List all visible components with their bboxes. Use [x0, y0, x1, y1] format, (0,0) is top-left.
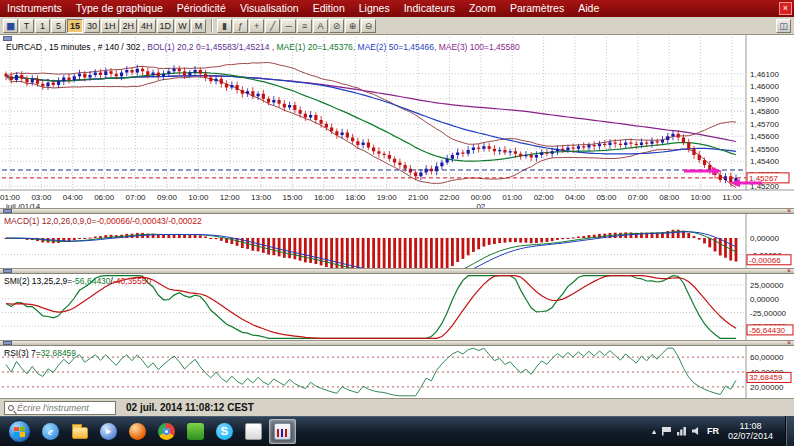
svg-text:20,00000: 20,00000 [750, 383, 784, 392]
panel-close-icon[interactable]: × [787, 339, 791, 347]
media-player-icon: ▸ [100, 423, 117, 440]
action-center-icon[interactable] [662, 427, 671, 436]
panel-close-icon[interactable]: × [787, 267, 791, 275]
panel-close-icon[interactable]: × [787, 207, 791, 215]
toolbar-horizontal-line-tool-button[interactable]: ─ [281, 19, 296, 33]
toolbar-chart-type-candlestick-button[interactable]: ▮ [217, 19, 232, 33]
svg-text:1,46100: 1,46100 [750, 70, 779, 79]
trading-app-icon [274, 423, 291, 440]
period-t-button[interactable]: T [19, 19, 34, 33]
taskbar-clock[interactable]: 11:08 02/07/2014 [725, 421, 776, 441]
svg-text:0,00000: 0,00000 [750, 295, 779, 304]
menu-type-de-graphique[interactable]: Type de graphique [69, 0, 170, 17]
menu-bar: InstrumentsType de graphiquePériodicitéV… [0, 0, 794, 17]
clock-date: 02/07/2014 [728, 431, 773, 441]
menu-instruments[interactable]: Instruments [0, 0, 69, 17]
svg-text:06:00: 06:00 [94, 193, 115, 202]
instrument-search-input[interactable] [17, 403, 109, 413]
chart-panel-menu-icon[interactable] [3, 36, 12, 41]
taskbar-office-button[interactable] [182, 419, 209, 444]
title-part: RSI(3) 7= [4, 348, 41, 358]
window-close-button[interactable]: × [779, 2, 792, 15]
period-2h-button[interactable]: 2H [120, 19, 138, 33]
taskbar-explorer-button[interactable] [66, 419, 93, 444]
instrument-search[interactable] [4, 401, 116, 415]
svg-text:01:00: 01:00 [0, 193, 21, 202]
tray-expand-icon[interactable]: ▴ [652, 427, 656, 436]
taskbar-notepad-button[interactable] [240, 419, 267, 444]
workspace-layout-button[interactable]: ◫ [776, 19, 791, 33]
panel-splitter[interactable]: × [0, 340, 794, 346]
volume-icon[interactable] [692, 427, 701, 436]
panel-splitter[interactable]: × [0, 268, 794, 274]
language-indicator[interactable]: FR [707, 426, 719, 436]
svg-text:21:00: 21:00 [408, 193, 429, 202]
title-part: EURCAD , 15 minutes , # 140 / 302 , [6, 42, 147, 52]
splitter-handle-icon[interactable] [3, 269, 12, 273]
svg-text:32,68459: 32,68459 [749, 373, 783, 382]
svg-text:08:00: 08:00 [659, 193, 680, 202]
menu-param-tres[interactable]: Paramètres [503, 0, 571, 17]
chrome-icon [158, 423, 175, 440]
splitter-handle-icon[interactable] [3, 341, 12, 345]
start-button[interactable] [8, 420, 31, 443]
taskbar-chrome-button[interactable] [153, 419, 180, 444]
rsi-panel[interactable]: 60,0000040,0000020,0000032,68459 [0, 346, 794, 398]
toolbar-eraser-tool-button[interactable]: ⊘ [329, 19, 344, 33]
menu-visualisation[interactable]: Visualisation [233, 0, 306, 17]
toolbar-zoom-out-button[interactable]: ⊖ [361, 19, 376, 33]
period-30-button[interactable]: 30 [84, 19, 100, 33]
period-w-button[interactable]: W [175, 19, 190, 33]
show-desktop-button[interactable] [785, 416, 794, 446]
svg-text:1,45800: 1,45800 [750, 107, 779, 116]
windows-taskbar: e▸S ▴ FR 11:08 02/07/2014 [0, 416, 794, 446]
menu-zoom[interactable]: Zoom [462, 0, 503, 17]
svg-text:1,45600: 1,45600 [750, 132, 779, 141]
toolbar-zoom-in-button[interactable]: ⊕ [345, 19, 360, 33]
svg-text:22:00: 22:00 [439, 193, 460, 202]
taskbar-media-player-button[interactable]: ▸ [95, 419, 122, 444]
toolbar-cross-cursor-button[interactable]: + [249, 19, 264, 33]
search-icon [8, 405, 14, 411]
network-icon[interactable] [677, 427, 686, 436]
toolbar-indicators-menu-button[interactable]: ƒ [233, 19, 248, 33]
period-m-button[interactable]: M [191, 19, 206, 33]
windows-logo-icon [14, 427, 25, 437]
period-5-button[interactable]: 5 [51, 19, 66, 33]
menu-lignes[interactable]: Lignes [352, 0, 397, 17]
taskbar-skype-button[interactable]: S [211, 419, 238, 444]
toolbar-text-tool-button[interactable]: A [313, 19, 328, 33]
splitter-handle-icon[interactable] [3, 209, 12, 213]
taskbar-internet-explorer-button[interactable]: e [37, 419, 64, 444]
period-15-button[interactable]: 15 [67, 19, 83, 33]
title-part: SMI(2) 13,25,2,9= [4, 276, 72, 286]
period-1d-button[interactable]: 1D [157, 19, 175, 33]
taskbar-firefox-button[interactable] [124, 419, 151, 444]
svg-text:18:00: 18:00 [345, 193, 366, 202]
toolbar-fibonacci-tool-button[interactable]: ≡ [297, 19, 312, 33]
svg-text:0,00000: 0,00000 [750, 234, 779, 243]
title-part: MAE(3) 100=1,45580 [439, 42, 520, 52]
period-4h-button[interactable]: 4H [138, 19, 156, 33]
period-1-button[interactable]: 1 [35, 19, 50, 33]
menu-indicateurs[interactable]: Indicateurs [397, 0, 462, 17]
svg-text:-25,00000: -25,00000 [750, 309, 787, 318]
toolbar-trend-line-tool-button[interactable]: ╱ [265, 19, 280, 33]
menu-aide[interactable]: Aide [571, 0, 606, 17]
title-part: MAE(1) 20=1,45376, [277, 42, 358, 52]
svg-text:01:00: 01:00 [502, 193, 523, 202]
menu-edition[interactable]: Edition [306, 0, 352, 17]
system-tray: ▴ FR 11:08 02/07/2014 [652, 416, 794, 446]
layout-grid-button[interactable]: ▦ [3, 19, 18, 33]
panel-splitter[interactable]: × [0, 208, 794, 214]
svg-text:15:00: 15:00 [283, 193, 304, 202]
svg-text:10:00: 10:00 [691, 193, 712, 202]
price-chart-panel[interactable]: 01:0003:0004:0006:0007:0009:0010:0012:00… [0, 35, 794, 208]
svg-text:16:00: 16:00 [314, 193, 335, 202]
taskbar-trading-app-button[interactable] [269, 419, 296, 444]
svg-text:03:00: 03:00 [31, 193, 52, 202]
period-1h-button[interactable]: 1H [101, 19, 119, 33]
menu-p-riodicit-[interactable]: Périodicité [170, 0, 233, 17]
svg-text:02:00: 02:00 [534, 193, 555, 202]
title-part: -0,00066/-0,00043/-0,00022 [96, 216, 201, 226]
